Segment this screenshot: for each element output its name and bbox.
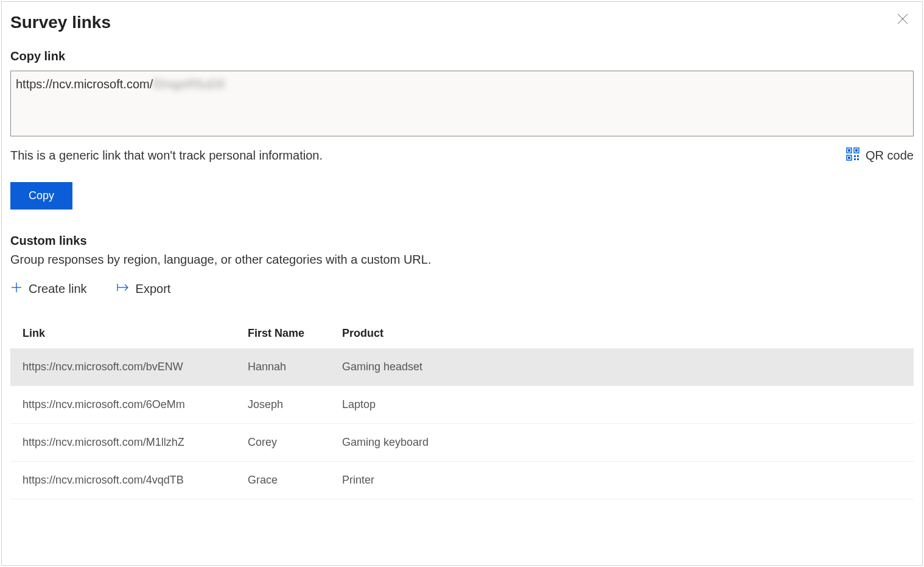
export-button[interactable]: Export: [116, 281, 171, 297]
actions-row: Create link Export: [10, 281, 914, 297]
copy-button[interactable]: Copy: [10, 182, 72, 210]
cell-firstname: Corey: [248, 436, 342, 449]
cell-link: https://ncv.microsoft.com/bvENW: [23, 361, 248, 373]
cell-link: https://ncv.microsoft.com/4vqdTB: [23, 474, 248, 487]
cell-link: https://ncv.microsoft.com/M1llzhZ: [23, 436, 248, 449]
info-row: This is a generic link that won't track …: [10, 147, 914, 164]
svg-rect-8: [854, 155, 856, 157]
table-row[interactable]: https://ncv.microsoft.com/4vqdTBGracePri…: [10, 462, 914, 499]
custom-links-title: Custom links: [10, 234, 914, 248]
export-label: Export: [136, 282, 171, 296]
create-link-label: Create link: [29, 282, 87, 296]
cell-firstname: Joseph: [248, 398, 342, 411]
svg-rect-7: [848, 157, 850, 159]
custom-links-desc: Group responses by region, language, or …: [10, 253, 914, 267]
info-text: This is a generic link that won't track …: [10, 149, 323, 163]
header-firstname: First Name: [248, 327, 342, 340]
cell-product: Gaming headset: [342, 361, 901, 373]
svg-rect-10: [854, 158, 856, 160]
export-icon: [116, 281, 130, 297]
table-body: https://ncv.microsoft.com/bvENWHannahGam…: [10, 348, 914, 499]
cell-firstname: Grace: [248, 474, 342, 487]
qr-code-button[interactable]: QR code: [846, 147, 914, 164]
create-link-button[interactable]: Create link: [10, 281, 87, 297]
table-header: Link First Name Product: [10, 319, 914, 348]
dialog-title: Survey links: [10, 13, 914, 32]
cell-link: https://ncv.microsoft.com/6OeMm: [23, 398, 248, 411]
link-blurred-suffix: f2mgeR5uD0: [153, 77, 225, 91]
close-icon[interactable]: [897, 13, 909, 27]
copy-link-label: Copy link: [10, 49, 914, 63]
qr-icon: [846, 147, 859, 164]
cell-product: Printer: [342, 474, 901, 487]
header-link: Link: [23, 327, 248, 340]
link-prefix: https://ncv.microsoft.com/: [16, 77, 153, 91]
custom-links-table: Link First Name Product https://ncv.micr…: [10, 319, 914, 499]
svg-rect-3: [848, 149, 850, 152]
header-product: Product: [342, 327, 901, 340]
svg-rect-11: [857, 158, 859, 160]
table-row[interactable]: https://ncv.microsoft.com/6OeMmJosephLap…: [10, 386, 914, 424]
cell-product: Gaming keyboard: [342, 436, 901, 449]
qr-code-label: QR code: [866, 149, 914, 163]
svg-rect-5: [855, 149, 858, 152]
survey-link-input[interactable]: https://ncv.microsoft.com/f2mgeR5uD0: [10, 71, 914, 136]
cell-product: Laptop: [342, 398, 901, 411]
svg-rect-9: [857, 155, 859, 157]
survey-links-dialog: Survey links Copy link https://ncv.micro…: [1, 1, 923, 566]
table-row[interactable]: https://ncv.microsoft.com/bvENWHannahGam…: [10, 348, 914, 386]
table-row[interactable]: https://ncv.microsoft.com/M1llzhZCoreyGa…: [10, 424, 914, 462]
plus-icon: [10, 281, 23, 297]
cell-firstname: Hannah: [248, 361, 342, 373]
